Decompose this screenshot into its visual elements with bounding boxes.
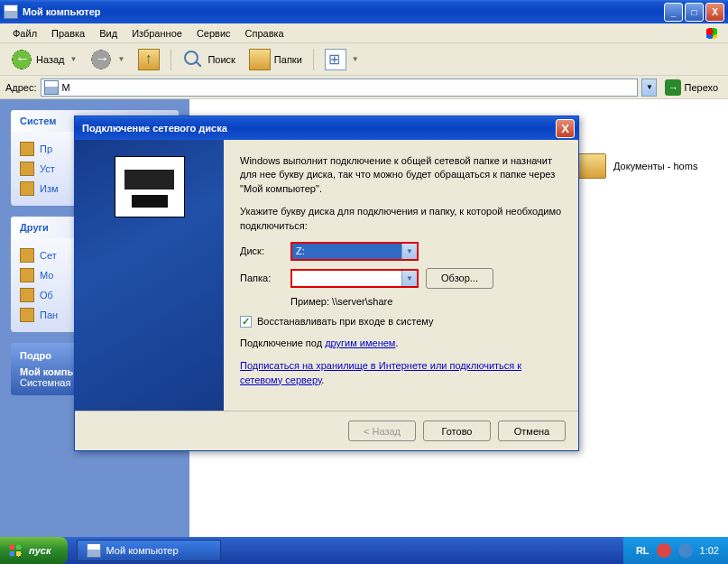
chevron-down-icon: ▼ [401, 271, 417, 286]
task-icon [20, 162, 34, 176]
place-icon [20, 248, 34, 263]
address-value: М [62, 82, 70, 93]
network-drive-icon [115, 156, 185, 217]
tray-icon[interactable] [657, 543, 671, 558]
taskbar-item[interactable]: Мой компьютер [77, 540, 221, 561]
windows-logo-icon [701, 24, 723, 42]
go-icon: → [665, 79, 681, 96]
language-indicator[interactable]: RL [636, 545, 650, 556]
up-button[interactable] [133, 45, 165, 74]
chevron-down-icon: ▼ [401, 244, 417, 259]
folders-label: Папки [274, 54, 302, 65]
connect-as-text: Подключение под другим именем. [240, 337, 562, 350]
search-icon [182, 49, 204, 70]
address-input[interactable]: М [41, 79, 639, 97]
task-icon [20, 181, 34, 196]
start-label: пуск [29, 545, 51, 556]
address-dropdown-button[interactable]: ▼ [641, 79, 657, 97]
folder-select[interactable]: ▼ [290, 269, 419, 288]
go-label: Перехо [684, 82, 718, 93]
taskbar: пуск Мой компьютер RL 1:02 [0, 537, 728, 564]
dialog-button-row: < Назад Готово Отмена [75, 411, 578, 450]
menu-bar: Файл Правка Вид Избранное Сервис Справка [0, 23, 728, 43]
drive-label: Диск: [240, 245, 290, 256]
folder-item[interactable]: Документы - homs [577, 153, 697, 179]
browse-button[interactable]: Обзор... [426, 268, 493, 289]
back-label: Назад [36, 54, 65, 65]
back-button[interactable]: Назад ▼ [5, 45, 82, 74]
system-tray: RL 1:02 [623, 537, 728, 564]
toolbar: Назад ▼ ▼ Поиск Папки ▼ [0, 43, 728, 76]
my-computer-icon [44, 80, 59, 95]
map-network-drive-dialog: Подключение сетевого диска X Windows вып… [74, 116, 579, 451]
separator [313, 49, 314, 70]
chevron-down-icon: ▼ [352, 55, 359, 63]
maximize-button[interactable]: □ [685, 3, 704, 22]
forward-icon [90, 49, 112, 70]
address-label: Адрес: [5, 82, 37, 93]
search-button[interactable]: Поиск [177, 45, 240, 74]
place-icon [20, 268, 34, 282]
go-button[interactable]: → Перехо [660, 78, 723, 97]
windows-logo-icon [7, 542, 23, 559]
menu-help[interactable]: Справка [238, 25, 291, 42]
start-button[interactable]: пуск [0, 537, 68, 564]
dialog-instruction-text: Укажите букву диска для подключения и па… [240, 205, 562, 233]
dialog-titlebar[interactable]: Подключение сетевого диска X [75, 116, 578, 140]
folder-up-icon [138, 49, 160, 70]
cancel-button[interactable]: Отмена [498, 421, 566, 441]
clock[interactable]: 1:02 [700, 545, 719, 556]
menu-favorites[interactable]: Избранное [124, 25, 189, 42]
chevron-down-icon: ▼ [117, 55, 124, 63]
back-icon [11, 49, 32, 70]
menu-tools[interactable]: Сервис [189, 25, 238, 42]
place-icon [20, 308, 34, 322]
forward-button[interactable]: ▼ [85, 45, 130, 74]
dialog-main: Windows выполнит подключение к общей сет… [224, 140, 578, 411]
search-label: Поиск [207, 54, 235, 65]
system-tasks-header: Систем [20, 116, 56, 126]
separator [170, 49, 171, 70]
address-bar: Адрес: М ▼ → Перехо [0, 76, 728, 99]
folders-icon [249, 49, 271, 70]
my-computer-icon [4, 5, 18, 19]
folder-label: Папка: [240, 273, 290, 283]
folder-label: Документы - homs [613, 161, 697, 171]
dialog-close-button[interactable]: X [556, 119, 575, 138]
window-title: Мой компьютер [23, 6, 664, 17]
taskbar-item-label: Мой компьютер [106, 545, 179, 556]
menu-edit[interactable]: Правка [44, 25, 92, 42]
folder-icon [577, 153, 606, 179]
other-places-header: Други [20, 222, 49, 233]
signup-storage-link[interactable]: Подписаться на хранилище в Интернете или… [240, 360, 521, 384]
menu-view[interactable]: Вид [92, 25, 124, 42]
window-titlebar: Мой компьютер _ □ X [0, 0, 728, 23]
tray-icon[interactable] [678, 543, 693, 558]
my-computer-icon [87, 543, 101, 558]
dialog-title: Подключение сетевого диска [78, 123, 556, 134]
checkbox-icon: ✓ [240, 316, 252, 328]
views-icon [325, 49, 346, 70]
dialog-sidebar [75, 140, 224, 411]
drive-value: Z: [296, 245, 305, 256]
place-icon [20, 288, 34, 302]
reconnect-checkbox[interactable]: ✓ Восстанавливать при входе в систему [240, 316, 562, 328]
views-button[interactable]: ▼ [319, 45, 364, 74]
dialog-intro-text: Windows выполнит подключение к общей сет… [240, 154, 562, 196]
drive-select[interactable]: Z: ▼ [290, 242, 419, 261]
folders-button[interactable]: Папки [244, 45, 308, 74]
menu-file[interactable]: Файл [5, 25, 44, 42]
close-button[interactable]: X [705, 3, 724, 22]
reconnect-label: Восстанавливать при входе в систему [257, 316, 433, 327]
different-user-link[interactable]: другим именем [325, 337, 395, 348]
back-button: < Назад [348, 421, 416, 441]
finish-button[interactable]: Готово [423, 421, 491, 441]
minimize-button[interactable]: _ [664, 3, 683, 22]
chevron-down-icon: ▼ [70, 55, 78, 63]
task-icon [20, 142, 34, 156]
example-text: Пример: \\server\share [290, 296, 562, 307]
